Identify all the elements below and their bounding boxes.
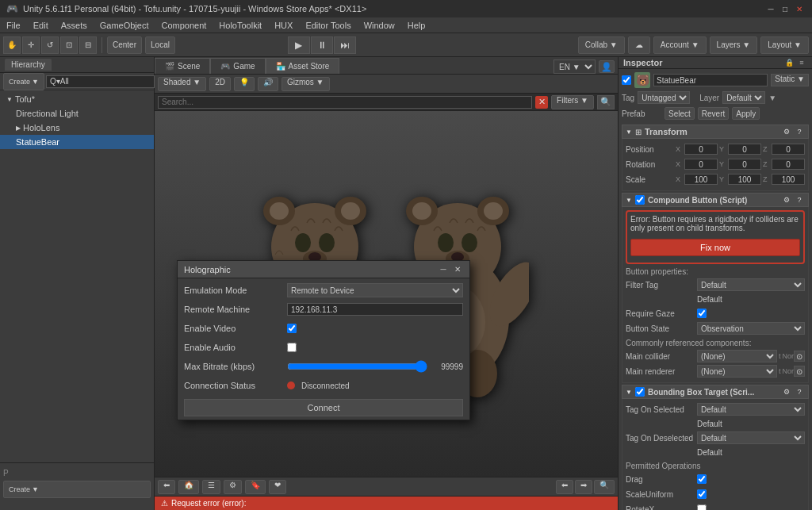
static-btn[interactable]: Static ▼ <box>771 74 809 86</box>
button-state-select[interactable]: Observation <box>697 322 805 335</box>
scale-uniform-checkbox[interactable] <box>697 489 707 499</box>
compound-enabled-checkbox[interactable] <box>635 195 645 205</box>
apply-btn[interactable]: Apply <box>732 107 760 120</box>
enable-audio-checkbox[interactable] <box>287 343 297 352</box>
main-collider-select[interactable]: (None) <box>697 350 777 362</box>
bounding-box-header[interactable]: ▼ Bounding Box Target (Scri... ⚙ ? <box>622 385 809 399</box>
menu-edit[interactable]: Edit <box>27 19 55 32</box>
lighting-btn[interactable]: 💡 <box>234 77 255 91</box>
collab-btn[interactable]: Collab ▼ <box>578 36 625 54</box>
object-name-input[interactable] <box>653 74 768 86</box>
pause-btn[interactable]: ⏸ <box>311 36 333 54</box>
rotate-tool-btn[interactable]: ↺ <box>41 36 59 54</box>
menu-gameobject[interactable]: GameObject <box>94 19 155 32</box>
tag-on-deselected-select[interactable]: Default <box>697 431 805 444</box>
require-gaze-checkbox[interactable] <box>697 309 707 318</box>
shading-mode-btn[interactable]: Shaded ▼ <box>158 77 206 91</box>
scale-y-input[interactable] <box>728 174 761 185</box>
layer-select[interactable]: Default <box>722 91 765 104</box>
menu-holotoolkit[interactable]: HoloToolkit <box>213 19 268 32</box>
inspector-menu-btn[interactable]: ≡ <box>796 57 807 68</box>
hierarchy-search[interactable] <box>46 75 155 88</box>
local-btn[interactable]: Local <box>145 36 175 54</box>
menu-hux[interactable]: HUX <box>268 19 299 32</box>
position-z-input[interactable] <box>772 144 805 155</box>
menu-editor-tools[interactable]: Editor Tools <box>299 19 357 32</box>
step-btn[interactable]: ⏭ <box>334 36 356 54</box>
menu-component[interactable]: Component <box>155 19 213 32</box>
hierarchy-create-btn[interactable]: Create ▼ <box>3 73 44 90</box>
max-bitrate-slider[interactable] <box>287 361 427 372</box>
menu-window[interactable]: Window <box>358 19 401 32</box>
object-active-checkbox[interactable] <box>622 75 631 85</box>
search-clear-btn[interactable]: ✕ <box>535 96 548 109</box>
scale-x-input[interactable] <box>684 174 718 185</box>
holo-close-btn[interactable]: ✕ <box>452 265 463 274</box>
filters-btn[interactable]: Filters ▼ <box>551 95 594 109</box>
bounding-enabled-checkbox[interactable] <box>635 387 645 397</box>
menu-assets[interactable]: Assets <box>55 19 94 32</box>
position-x-input[interactable] <box>684 144 718 155</box>
search-icon-btn[interactable]: 🔍 <box>597 95 615 109</box>
filter-tag-select[interactable]: Default <box>697 278 805 291</box>
maximize-btn[interactable]: □ <box>779 2 791 15</box>
compound-help-btn[interactable]: ? <box>794 194 805 205</box>
bottom-scene-tool2[interactable]: 🏠 <box>178 480 199 494</box>
hierarchy-item-tofu[interactable]: ▼ Tofu* <box>0 92 154 106</box>
layout-btn[interactable]: Layout ▼ <box>760 36 809 54</box>
rotation-x-input[interactable] <box>684 159 718 170</box>
cloud-btn[interactable]: ☁ <box>628 36 650 54</box>
hierarchy-item-statuebear[interactable]: StatueBear <box>0 135 154 149</box>
main-renderer-dot-btn[interactable]: ⊙ <box>794 366 805 377</box>
bottom-scene-tool5[interactable]: 🔖 <box>245 480 266 494</box>
bottom-scene-nav2[interactable]: ➡ <box>575 480 592 494</box>
game-tab[interactable]: 🎮 Game <box>210 58 265 74</box>
compound-settings-btn[interactable]: ⚙ <box>781 194 792 205</box>
2d-btn[interactable]: 2D <box>209 77 231 91</box>
bottom-scene-nav3[interactable]: 🔍 <box>594 480 615 494</box>
bounding-settings-btn[interactable]: ⚙ <box>781 386 792 397</box>
move-tool-btn[interactable]: ✛ <box>22 36 40 54</box>
bottom-scene-tool4[interactable]: ⚙ <box>224 480 242 494</box>
tag-select[interactable]: Untagged <box>638 91 690 104</box>
layers-btn[interactable]: Layers ▼ <box>710 36 758 54</box>
menu-help[interactable]: Help <box>401 19 432 32</box>
rotate-x-checkbox[interactable] <box>697 504 707 510</box>
transform-help-btn[interactable]: ? <box>794 126 805 137</box>
play-btn[interactable]: ▶ <box>288 36 310 54</box>
remote-machine-input[interactable] <box>287 303 463 316</box>
close-btn[interactable]: ✕ <box>793 2 806 15</box>
transform-settings-btn[interactable]: ⚙ <box>781 126 792 137</box>
bottom-scene-nav1[interactable]: ⬅ <box>556 480 573 494</box>
holo-min-btn[interactable]: ─ <box>438 265 449 274</box>
revert-btn[interactable]: Revert <box>698 107 729 120</box>
rotation-y-input[interactable] <box>728 159 761 170</box>
create-btn-bottom[interactable]: Create ▼ <box>3 481 151 498</box>
account-btn[interactable]: Account ▼ <box>653 36 707 54</box>
fix-now-btn[interactable]: Fix now <box>630 239 800 256</box>
compound-button-header[interactable]: ▼ Compound Button (Script) ⚙ ? <box>622 193 809 207</box>
asset-store-tab[interactable]: 🏪 Asset Store <box>266 58 340 74</box>
inspector-lock-btn[interactable]: 🔒 <box>783 57 795 68</box>
rect-tool-btn[interactable]: ⊟ <box>79 36 97 54</box>
hierarchy-item-hololens[interactable]: ▶ HoloLens <box>0 121 154 135</box>
menu-file[interactable]: File <box>0 19 27 32</box>
lang-select[interactable]: EN ▼ <box>553 59 596 74</box>
drag-checkbox[interactable] <box>697 474 707 484</box>
enable-video-checkbox[interactable] <box>287 324 297 333</box>
tag-on-selected-select[interactable]: Default <box>697 403 805 416</box>
rotation-z-input[interactable] <box>772 159 805 170</box>
scale-tool-btn[interactable]: ⊡ <box>60 36 78 54</box>
transform-header[interactable]: ▼ ⊞ Transform ⚙ ? <box>622 125 809 139</box>
connect-btn[interactable]: Connect <box>184 399 463 416</box>
scene-search-input[interactable] <box>158 96 532 109</box>
center-btn[interactable]: Center <box>107 36 142 54</box>
main-renderer-select[interactable]: (None) <box>697 365 777 378</box>
position-y-input[interactable] <box>728 144 761 155</box>
profile-icon[interactable]: 👤 <box>599 60 615 73</box>
bottom-scene-tool6[interactable]: ❤ <box>269 480 286 494</box>
gizmos-btn[interactable]: Gizmos ▼ <box>282 77 330 91</box>
emulation-mode-select[interactable]: Remote to Device Simulate in Editor <box>287 283 463 297</box>
main-collider-dot-btn[interactable]: ⊙ <box>794 351 805 362</box>
hierarchy-tab[interactable]: Hierarchy <box>5 59 52 71</box>
